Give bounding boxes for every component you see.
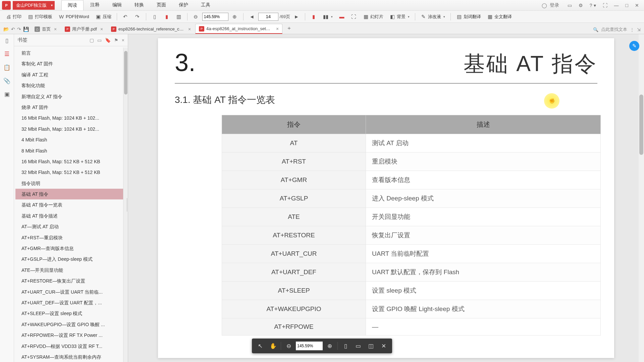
bookmark-item[interactable]: 基础 AT 指令 xyxy=(15,189,128,199)
undo-icon[interactable]: ↶ xyxy=(11,26,15,32)
bookmark-item[interactable]: 16 Mbit Flash, Map: 512 KB + 512 KB xyxy=(15,156,128,167)
print-template-button[interactable]: ▤打印模板 xyxy=(25,12,55,21)
background-button[interactable]: ◧背景 xyxy=(387,12,412,21)
attachments-icon[interactable]: 📎 xyxy=(3,77,11,84)
close-icon[interactable]: × xyxy=(54,26,57,32)
more-icon[interactable]: ⋮ xyxy=(630,27,634,32)
fit-button[interactable]: ⛶ xyxy=(348,12,360,21)
login-button[interactable]: ◯ 登录 xyxy=(540,0,562,10)
bookmark-item[interactable]: ATE—开关回显功能 xyxy=(15,265,128,276)
bookmark-item[interactable]: 基础 AT 指令一览表 xyxy=(15,199,128,210)
bookmark-item[interactable]: 烧录 AT 固件 xyxy=(15,102,128,113)
gear-icon[interactable]: ⚙ xyxy=(577,2,585,9)
bookmark-item[interactable]: AT+RFPOWER—设置 RF TX Power ... xyxy=(15,330,128,341)
tab-document[interactable]: P用户手册.pdf× xyxy=(61,24,107,34)
view3-button[interactable]: ▬ xyxy=(336,12,347,21)
close-icon[interactable]: × xyxy=(188,26,191,32)
bookmark-item[interactable]: 指令说明 xyxy=(15,178,128,189)
translate-button[interactable]: ▦全文翻译 xyxy=(484,12,515,21)
pin-icon[interactable]: ⇲ xyxy=(637,27,641,32)
print-button[interactable]: 🖨打印 xyxy=(3,12,24,21)
bookmark-item[interactable]: 32 Mbit Flash, Map: 512 KB + 512 KB xyxy=(15,167,128,178)
zoom-in-button[interactable]: ⊕ xyxy=(324,341,335,351)
dual-page-button[interactable]: ◫ xyxy=(365,341,377,351)
next-page-button[interactable]: ► xyxy=(291,12,302,21)
document-area[interactable]: 3. 基础 AT 指令 3.1. 基础 AT 指令一览表 指令描述 AT测试 A… xyxy=(128,34,644,362)
flag-icon[interactable]: ⚑ xyxy=(114,38,118,43)
new-tab-button[interactable]: ＋ xyxy=(283,23,295,34)
bookmark-item[interactable]: 前言 xyxy=(15,48,128,58)
bookmark-item[interactable]: AT+GSLP—进入 Deep-sleep 模式 xyxy=(15,254,128,264)
bookmark-item[interactable]: AT—测试 AT 启动 xyxy=(15,221,128,232)
bookmark-item[interactable]: AT+RFVDD—根据 VDD33 设置 RF T... xyxy=(15,341,128,352)
bookmarks-list[interactable]: 前言客制化 AT 固件编译 AT 工程客制化功能新增自定义 AT 指令烧录 AT… xyxy=(14,46,128,362)
scroll-thumb[interactable] xyxy=(124,51,127,95)
bookmark-item[interactable]: AT+UART_DEF—设置 UART 配置，... xyxy=(15,297,128,308)
annotate-button[interactable]: ✎涂改液 xyxy=(418,12,448,21)
search-hint[interactable]: 点此查找文本 xyxy=(601,26,627,33)
menu-阅读[interactable]: 阅读 xyxy=(61,0,84,10)
close-icon[interactable]: × xyxy=(276,26,279,32)
menu-页面[interactable]: 页面 xyxy=(151,0,172,10)
thumbnails-icon[interactable]: ▯ xyxy=(3,37,11,44)
pdf2word-button[interactable]: WPDF转Word xyxy=(56,12,92,21)
menu-保护[interactable]: 保护 xyxy=(173,0,194,10)
close-bar-button[interactable]: ✕ xyxy=(378,341,389,351)
close-icon[interactable]: ✕ xyxy=(633,2,641,9)
compress-button[interactable]: ▣压缩 xyxy=(93,12,114,21)
close-icon[interactable]: × xyxy=(100,26,103,32)
collapse-icon[interactable]: ▭ xyxy=(97,38,102,43)
zoom-in-button[interactable]: ⊕ xyxy=(229,12,240,21)
minimize-icon[interactable]: — xyxy=(612,2,621,9)
float-tool-button[interactable]: ✎ xyxy=(629,41,639,51)
layers-icon[interactable]: ▣ xyxy=(3,90,11,98)
open-icon[interactable]: 📂 xyxy=(3,26,9,32)
rotate-left-button[interactable]: ↶ xyxy=(120,12,131,21)
bookmark-item[interactable]: 32 Mbit Flash, Map: 1024 KB + 102... xyxy=(15,124,128,134)
bookmark-item[interactable]: 客制化功能 xyxy=(15,80,128,91)
bookmark-item[interactable]: 8 Mbit Flash xyxy=(15,145,128,156)
dict-button[interactable]: ▤划词翻译 xyxy=(453,12,484,21)
layout3-button[interactable]: ▥ xyxy=(173,12,184,21)
fit-width-button[interactable]: ▭ xyxy=(353,341,364,351)
bookmark-item[interactable]: AT+SYSRAM—查询系统当前剩余内存 xyxy=(15,352,128,362)
bookmark-item[interactable]: AT+WAKEUPGPIO—设置 GPIO 唤醒 ... xyxy=(15,319,128,330)
menu-工具[interactable]: 工具 xyxy=(195,0,216,10)
tab-document[interactable]: P4a-esp8266_at_instruction_set_cn.pdf× xyxy=(195,24,282,34)
msg-icon[interactable]: ▭ xyxy=(566,2,574,9)
slideshow-button[interactable]: ▦幻灯片 xyxy=(360,12,386,21)
view2-button[interactable]: ▮▮ xyxy=(320,12,335,21)
expand-icon[interactable]: ▢ xyxy=(90,38,94,43)
bookmark-item[interactable]: 16 Mbit Flash, Map: 1024 KB + 102... xyxy=(15,113,128,123)
bookmark-item[interactable]: AT+GMR—查询版本信息 xyxy=(15,243,128,254)
menu-编辑[interactable]: 编辑 xyxy=(106,0,128,10)
zoom-out-button[interactable]: ⊖ xyxy=(190,12,202,21)
app-title[interactable]: 金山PDF独立版 xyxy=(13,1,55,10)
comments-icon[interactable]: 📋 xyxy=(3,64,11,71)
prev-page-button[interactable]: ◄ xyxy=(246,12,258,21)
save-icon[interactable]: 💾 xyxy=(23,26,29,32)
bookmark-item[interactable]: AT+SLEEP—设置 sleep 模式 xyxy=(15,308,128,319)
zoom-out-button[interactable]: ⊖ xyxy=(283,341,294,351)
fit-page-button[interactable]: ▯ xyxy=(340,341,351,351)
zoom-input[interactable] xyxy=(296,342,323,350)
bookmark-item[interactable]: 客制化 AT 固件 xyxy=(15,58,128,69)
bookmark-item[interactable]: AT+RESTORE—恢复出厂设置 xyxy=(15,276,128,286)
page-input[interactable] xyxy=(258,13,278,21)
pointer-button[interactable]: ↖ xyxy=(255,341,266,351)
doc-scrollbar[interactable] xyxy=(639,34,644,362)
view1-button[interactable]: ▮ xyxy=(308,12,319,21)
bookmark-item[interactable]: AT+RST—重启模块 xyxy=(15,232,128,243)
bookmark-icon[interactable]: 🔖 xyxy=(105,38,111,43)
bookmarks-icon[interactable]: ☰ xyxy=(3,50,11,58)
bookmark-item[interactable]: 编译 AT 工程 xyxy=(15,69,128,80)
tab-document[interactable]: Pesp8266-technical_reference_cn.pdf× xyxy=(107,24,195,34)
bookmark-item[interactable]: AT+UART_CUR—设置 UART 当前临... xyxy=(15,287,128,297)
search-icon[interactable]: 🔍 xyxy=(593,27,598,32)
hand-button[interactable]: ✋ xyxy=(267,341,279,351)
redo-icon[interactable]: ↷ xyxy=(17,26,21,32)
doc-scroll-thumb[interactable] xyxy=(639,95,643,155)
menu-注释[interactable]: 注释 xyxy=(84,0,106,10)
help-icon[interactable]: ? ▾ xyxy=(588,2,598,9)
layout2-button[interactable]: ▮ xyxy=(161,12,172,21)
